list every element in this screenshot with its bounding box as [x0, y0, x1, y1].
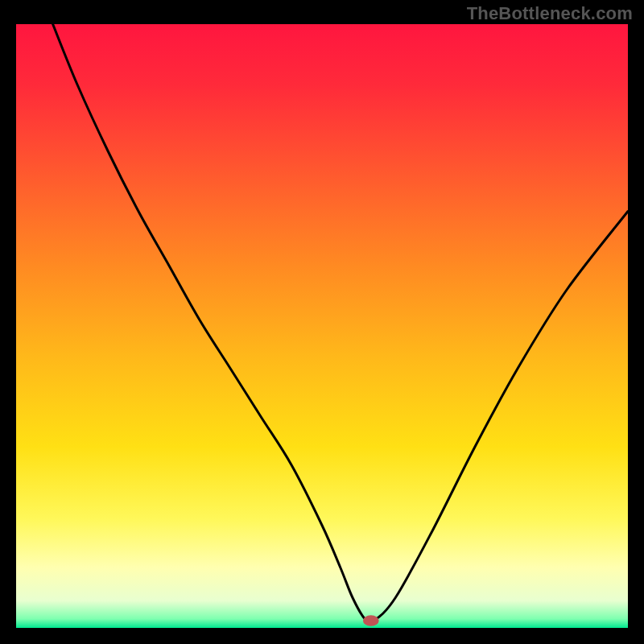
gradient-background [16, 24, 628, 628]
chart-frame: TheBottleneck.com [0, 0, 644, 644]
watermark-text: TheBottleneck.com [467, 3, 633, 24]
minimum-marker [363, 615, 379, 626]
bottleneck-chart [16, 24, 628, 628]
